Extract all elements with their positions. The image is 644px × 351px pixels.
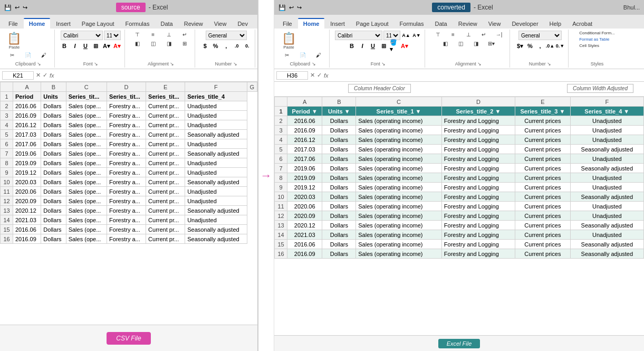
left-cell-r3-c3[interactable]: Forestry a... — [107, 111, 146, 120]
left-underline-btn[interactable]: U — [81, 41, 90, 51]
left-font-family-select[interactable]: Calibri — [61, 31, 103, 40]
right-cell-r9-c5[interactable]: Unadjusted — [570, 183, 643, 192]
redo-icon[interactable]: ↪ — [23, 4, 27, 11]
left-tab-review[interactable]: Review — [179, 19, 208, 29]
left-paste-btn[interactable]: 📋 Paste — [5, 32, 23, 51]
right-cell-r16-c4[interactable]: Current prices — [515, 249, 571, 259]
left-cell-r8-c0[interactable]: 2019.09 — [13, 158, 41, 168]
right-align-mid-btn[interactable]: ≡ — [446, 31, 460, 39]
left-formula-check[interactable]: ✓ — [43, 72, 47, 79]
right-cell-r5-c1[interactable]: Dollars — [322, 145, 356, 154]
left-cell-r5-c1[interactable]: Dollars — [41, 130, 66, 139]
left-cell-r16-c2[interactable]: Sales (ope... — [66, 234, 107, 244]
right-cell-r14-c3[interactable]: Forestry and Logging — [441, 230, 515, 240]
right-cell-r15-c5[interactable]: Seasonally adjusted — [570, 240, 643, 249]
right-cell-r16-c0[interactable]: 2016.09 — [287, 249, 322, 259]
right-cell-r11-c5[interactable]: Unadjusted — [570, 202, 643, 211]
right-cell-r16-c5[interactable]: Seasonally adjusted — [570, 249, 643, 259]
left-cell-r1-c2[interactable]: Series_tit... — [66, 92, 107, 101]
left-cell-r14-c5[interactable]: Unadjusted — [185, 215, 247, 225]
right-number-format-select[interactable]: General — [518, 31, 562, 40]
left-font-size-select[interactable]: 11 — [104, 31, 121, 40]
left-cell-r14-c4[interactable]: Current pr... — [146, 215, 185, 225]
left-cell-r4-c4[interactable]: Current pr... — [146, 120, 185, 130]
left-cell-r1-c5[interactable]: Series_title_4 — [185, 92, 247, 101]
right-cell-r13-c0[interactable]: 2020.12 — [287, 221, 322, 230]
left-wrap-btn[interactable]: ↵ — [177, 31, 192, 39]
right-conditional-format-btn[interactable]: Conditional Form... — [579, 31, 615, 35]
right-align-top-btn[interactable]: ⊤ — [430, 31, 445, 39]
left-align-center-btn[interactable]: ◫ — [146, 40, 160, 48]
left-cell-r5-c3[interactable]: Forestry a... — [107, 130, 146, 139]
right-cell-r10-c4[interactable]: Current prices — [515, 192, 571, 202]
right-tab-pagelayout[interactable]: Page Layout — [351, 19, 394, 29]
right-cell-r9-c1[interactable]: Dollars — [322, 183, 356, 192]
left-cell-r7-c5[interactable]: Seasonally adjusted — [185, 149, 247, 158]
left-cell-r9-c4[interactable]: Current pr... — [146, 168, 185, 177]
right-cell-r9-c2[interactable]: Sales (operating income) — [356, 183, 442, 192]
right-tab-developer[interactable]: Developer — [506, 19, 543, 29]
right-bold-btn[interactable]: B — [347, 41, 357, 51]
right-cell-r8-c0[interactable]: 2019.09 — [287, 173, 322, 183]
right-cell-r4-c2[interactable]: Sales (operating income) — [356, 135, 442, 145]
left-cell-r11-c4[interactable]: Current pr... — [146, 187, 185, 196]
left-cell-r2-c3[interactable]: Forestry a... — [107, 101, 146, 111]
right-cell-r11-c0[interactable]: 2020.06 — [287, 202, 322, 211]
left-cell-r6-c5[interactable]: Unadjusted — [185, 139, 247, 149]
left-cell-r6-c2[interactable]: Sales (ope... — [66, 139, 107, 149]
right-format-painter-btn[interactable]: 🖌 — [311, 51, 326, 59]
right-cell-r8-c4[interactable]: Current prices — [515, 173, 571, 183]
left-cell-r15-c4[interactable]: Current pr... — [146, 225, 185, 234]
right-cell-r12-c4[interactable]: Current prices — [515, 211, 571, 221]
left-fontcolor-btn[interactable]: A▾ — [112, 41, 122, 51]
right-cell-r13-c1[interactable]: Dollars — [322, 221, 356, 230]
right-cell-r6-c0[interactable]: 2017.06 — [287, 154, 322, 164]
right-col-B[interactable]: B — [322, 97, 356, 107]
right-cell-r15-c0[interactable]: 2016.06 — [287, 240, 322, 249]
left-cell-r13-c5[interactable]: Seasonally adjusted — [185, 206, 247, 215]
left-tab-formulas[interactable]: Formulas — [120, 19, 155, 29]
right-cell-r7-c3[interactable]: Forestry and Logging — [441, 164, 515, 173]
left-cell-r11-c2[interactable]: Sales (ope... — [66, 187, 107, 196]
left-cell-r9-c1[interactable]: Dollars — [41, 168, 66, 177]
right-decimal-inc-btn[interactable]: .0▲ — [545, 41, 555, 51]
right-border-btn[interactable]: ⊞ — [379, 41, 388, 51]
right-cell-r9-c3[interactable]: Forestry and Logging — [441, 183, 515, 192]
left-cell-r13-c2[interactable]: Sales (ope... — [66, 206, 107, 215]
right-cell-r14-c2[interactable]: Sales (operating income) — [356, 230, 442, 240]
right-decimal-dec-btn[interactable]: 0.▼ — [555, 41, 565, 51]
left-cell-r4-c3[interactable]: Forestry a... — [107, 120, 146, 130]
left-cell-r7-c3[interactable]: Forestry a... — [107, 149, 146, 158]
right-cell-r3-c2[interactable]: Sales (operating income) — [356, 126, 442, 135]
left-cell-r15-c1[interactable]: Dollars — [41, 225, 66, 234]
left-tab-pagelayout[interactable]: Page Layout — [76, 19, 120, 29]
left-merge-btn[interactable]: ⊞ — [177, 40, 192, 48]
left-cell-ref-input[interactable] — [2, 71, 34, 80]
right-tab-help[interactable]: Help — [544, 19, 567, 29]
left-tab-file[interactable]: File — [3, 19, 23, 29]
right-tab-acrobat[interactable]: Acrobat — [567, 19, 598, 29]
left-col-F[interactable]: F — [185, 82, 247, 92]
right-tab-data[interactable]: Data — [429, 19, 452, 29]
left-cell-r11-c5[interactable]: Unadjusted — [185, 187, 247, 196]
left-cell-r2-c1[interactable]: Dollars — [41, 101, 66, 111]
right-col-A[interactable]: A — [287, 97, 322, 107]
right-cell-r11-c4[interactable]: Current prices — [515, 202, 571, 211]
left-cell-r6-c3[interactable]: Forestry a... — [107, 139, 146, 149]
left-cell-r9-c5[interactable]: Unadjusted — [185, 168, 247, 177]
left-cell-r3-c2[interactable]: Sales (ope... — [66, 111, 107, 120]
right-cell-r11-c2[interactable]: Sales (operating income) — [356, 202, 442, 211]
right-cell-r14-c5[interactable]: Unadjusted — [570, 230, 643, 240]
left-cell-r15-c0[interactable]: 2016.06 — [13, 225, 41, 234]
left-cell-r4-c0[interactable]: 2016.12 — [13, 120, 41, 130]
right-sheet-scroll[interactable]: A B C D E F 1 Period ▼ Units ▼ Series_ti… — [274, 97, 644, 335]
right-cell-r3-c4[interactable]: Current prices — [515, 126, 571, 135]
right-cell-r10-c0[interactable]: 2020.03 — [287, 192, 322, 202]
left-cell-r10-c4[interactable]: Current pr... — [146, 177, 185, 187]
right-cell-r4-c5[interactable]: Unadjusted — [570, 135, 643, 145]
left-cell-r12-c1[interactable]: Dollars — [41, 196, 66, 206]
left-dollar-btn[interactable]: $ — [200, 41, 210, 51]
left-cell-r15-c2[interactable]: Sales (ope... — [66, 225, 107, 234]
left-format-painter-btn[interactable]: 🖌 — [36, 51, 51, 59]
left-cell-r6-c4[interactable]: Current pr... — [146, 139, 185, 149]
